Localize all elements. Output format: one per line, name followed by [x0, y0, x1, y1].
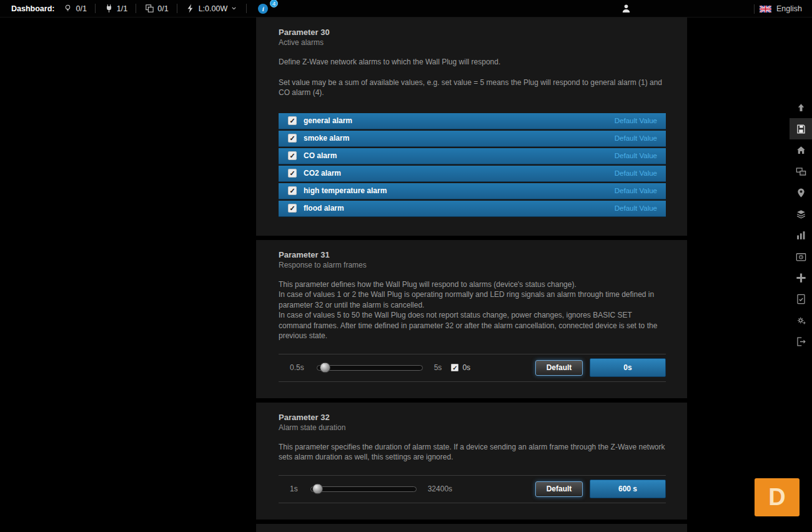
parameter-description: In case of values 1 or 2 the Wall Plug i…: [279, 289, 666, 310]
alarm-label: smoke alarm: [304, 134, 349, 143]
parameter-subtitle: Response to alarm frames: [279, 261, 666, 269]
alarm-row: CO alarm Default Value: [279, 148, 666, 164]
language-selector[interactable]: English: [754, 0, 802, 18]
default-value-link[interactable]: Default Value: [615, 169, 657, 177]
gear-icon: [795, 314, 807, 326]
alarm-row: CO2 alarm Default Value: [279, 166, 666, 182]
bar-chart-icon: [795, 229, 807, 241]
device-config-panel: Parameter 30 Active alarms Define Z-Wave…: [256, 18, 687, 532]
stat-plugs[interactable]: 1/1: [104, 3, 127, 14]
rooms-icon: [795, 166, 807, 178]
divider: [95, 4, 96, 13]
notifications-button[interactable]: i 4: [258, 4, 268, 14]
rooms-button[interactable]: [790, 161, 812, 182]
settings-button[interactable]: [790, 309, 812, 331]
layers-icon: [795, 208, 807, 220]
alarm-label: CO2 alarm: [304, 169, 341, 178]
zero-seconds-checkbox[interactable]: [451, 364, 458, 371]
default-value-link[interactable]: Default Value: [615, 117, 657, 124]
alarm-checkbox[interactable]: [288, 116, 297, 125]
reports-button[interactable]: [790, 288, 812, 309]
parameter-32-control: 1s 32400s Default 600 s: [279, 475, 666, 503]
event-history-icon: [795, 251, 807, 263]
alarm-row: smoke alarm Default Value: [279, 131, 666, 147]
user-icon: [621, 3, 631, 14]
parameter-description: Define Z-Wave network alarms to which th…: [279, 57, 666, 68]
brand-logo: D: [755, 478, 800, 516]
divider: [246, 4, 247, 13]
default-button[interactable]: Default: [535, 360, 583, 376]
stat-power-value: L:0.00W: [199, 4, 228, 13]
default-value-link[interactable]: Default Value: [615, 134, 657, 142]
parameter-32-value[interactable]: 600 s: [590, 479, 666, 498]
home-button[interactable]: [790, 139, 812, 161]
parameter-31-slider[interactable]: [317, 365, 423, 371]
devices-icon: [144, 3, 155, 14]
alarm-checkbox[interactable]: [288, 186, 297, 195]
lightning-icon: [186, 3, 196, 14]
language-label: English: [776, 4, 802, 13]
events-button[interactable]: [790, 246, 812, 267]
slider-handle[interactable]: [320, 363, 330, 373]
alarm-checkbox[interactable]: [288, 134, 297, 143]
save-icon: [795, 123, 807, 135]
parameter-description: This parameter specifies the duration of…: [279, 442, 666, 463]
alarm-options-list: general alarm Default Value smoke alarm …: [279, 113, 666, 217]
alarm-label: general alarm: [304, 116, 352, 125]
alarm-label: CO alarm: [304, 151, 337, 160]
stat-lights[interactable]: 0/1: [62, 3, 86, 14]
home-icon: [795, 144, 807, 156]
alarm-label: high temperature alarm: [304, 186, 387, 195]
parameter-31-section: Parameter 31 Response to alarm frames Th…: [256, 240, 687, 398]
parameter-title: Parameter 30: [279, 28, 666, 37]
parameter-subtitle: Alarm state duration: [279, 423, 666, 432]
slider-max-label: 32400s: [428, 484, 452, 493]
stat-lights-value: 0/1: [76, 4, 86, 13]
stat-devices[interactable]: 0/1: [144, 3, 168, 14]
location-button[interactable]: [790, 182, 812, 203]
alarm-checkbox[interactable]: [288, 204, 297, 213]
statistics-button[interactable]: [790, 224, 812, 246]
document-check-icon: [795, 293, 807, 305]
save-button[interactable]: [790, 118, 812, 139]
parameter-description: This parameter defines how the Wall Plug…: [279, 279, 666, 290]
default-value-link[interactable]: Default Value: [615, 152, 657, 159]
user-menu-button[interactable]: [621, 3, 631, 16]
parameter-31-control: 0.5s 5s 0s Default 0s: [279, 354, 666, 382]
scenes-button[interactable]: [790, 203, 812, 224]
plus-cross-icon: [795, 272, 807, 284]
slider-min-label: 0.5s: [290, 363, 304, 372]
logout-button[interactable]: [790, 331, 812, 352]
network-button[interactable]: [790, 267, 812, 288]
arrow-up-icon: [795, 102, 807, 114]
parameter-31-value[interactable]: 0s: [590, 358, 666, 377]
default-button[interactable]: Default: [535, 481, 583, 497]
divider: [754, 4, 755, 14]
default-value-link[interactable]: Default Value: [615, 204, 657, 212]
parameter-title: Parameter 31: [279, 250, 666, 259]
alarm-row: flood alarm Default Value: [279, 201, 666, 217]
info-icon: i: [258, 4, 268, 14]
logout-icon: [795, 336, 807, 348]
notification-badge: 4: [270, 0, 278, 8]
side-toolbar: [790, 97, 812, 352]
default-value-link[interactable]: Default Value: [615, 187, 657, 194]
parameter-32-section: Parameter 32 Alarm state duration This p…: [256, 403, 687, 519]
parameter-title: Parameter 32: [279, 413, 666, 422]
alarm-label: flood alarm: [304, 204, 344, 213]
alarm-row: high temperature alarm Default Value: [279, 183, 666, 199]
stat-power-load[interactable]: L:0.00W: [186, 3, 239, 14]
slider-handle[interactable]: [312, 484, 323, 494]
scroll-top-button[interactable]: [790, 97, 812, 118]
topbar: Dashboard: 0/1 1/1 0/1 L:0.00W i 4 Engli…: [0, 0, 812, 18]
alarm-checkbox[interactable]: [288, 151, 297, 160]
chevron-down-icon: [230, 4, 238, 13]
parameter-description: Set value may be a sum of available valu…: [279, 78, 666, 98]
parameter-32-slider[interactable]: [310, 486, 417, 492]
parameter-subtitle: Active alarms: [279, 38, 666, 47]
parameter-30-section: Parameter 30 Active alarms Define Z-Wave…: [256, 18, 687, 236]
slider-min-label: 1s: [290, 484, 298, 493]
alarm-checkbox[interactable]: [288, 169, 297, 178]
stat-plugs-value: 1/1: [117, 4, 127, 13]
next-parameter-section: [256, 524, 687, 532]
